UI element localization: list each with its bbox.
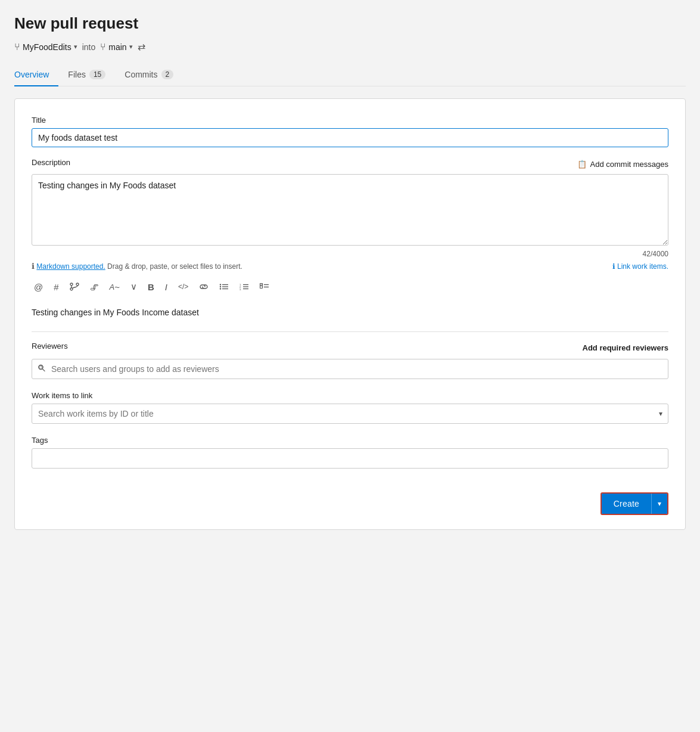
- svg-point-2: [70, 288, 73, 290]
- markdown-note: ℹ Markdown supported. Drag & drop, paste…: [32, 262, 242, 271]
- toolbar-italic-button[interactable]: I: [163, 281, 170, 293]
- link-work-items-link[interactable]: ℹ Link work items.: [612, 262, 668, 271]
- svg-point-0: [70, 283, 73, 286]
- toolbar-chevron-button[interactable]: ∨: [128, 280, 139, 293]
- tab-overview[interactable]: Overview: [14, 64, 58, 86]
- svg-point-5: [220, 286, 221, 287]
- description-textarea[interactable]: Testing changes in My Foods dataset: [32, 174, 668, 246]
- create-button-group: Create ▾: [601, 492, 668, 515]
- target-branch-name: main: [108, 42, 126, 52]
- target-branch-selector[interactable]: ⑂ main ▾: [100, 42, 132, 52]
- reviewers-search-icon: [38, 364, 46, 374]
- info-icon: ℹ: [32, 262, 35, 271]
- reviewers-section: Reviewers Add required reviewers: [32, 342, 668, 379]
- reviewers-label: Reviewers: [32, 342, 68, 351]
- title-label: Title: [32, 116, 668, 125]
- branch-into-label: into: [82, 42, 96, 52]
- title-input[interactable]: [32, 128, 668, 147]
- tab-files-label: Files: [68, 70, 86, 79]
- source-branch-name: MyFoodEdits: [23, 42, 71, 52]
- page-title: New pull request: [14, 14, 686, 33]
- add-required-reviewers-link[interactable]: Add required reviewers: [583, 343, 669, 352]
- description-label: Description: [32, 158, 70, 167]
- create-dropdown-button[interactable]: ▾: [651, 494, 667, 514]
- toolbar-bullet-list-button[interactable]: [217, 282, 231, 291]
- swap-branches-icon[interactable]: ⇄: [138, 41, 145, 52]
- tab-commits-label: Commits: [125, 70, 157, 79]
- svg-point-1: [76, 283, 79, 286]
- pull-request-form: Title Description 📋 Add commit messages …: [14, 98, 686, 530]
- reviewers-search-input[interactable]: [32, 359, 668, 379]
- branch-selector-row: ⑂ MyFoodEdits ▾ into ⑂ main ▾ ⇄: [14, 41, 686, 52]
- toolbar-hash-button[interactable]: #: [51, 281, 61, 293]
- work-items-search-input[interactable]: [32, 404, 668, 424]
- target-branch-chevron-icon: ▾: [129, 43, 133, 51]
- toolbar-bold-button[interactable]: B: [145, 281, 157, 293]
- clipboard-icon: 📋: [577, 160, 587, 169]
- toolbar-code-button[interactable]: </>: [176, 281, 191, 292]
- tab-overview-label: Overview: [14, 70, 49, 79]
- source-branch-icon: ⑂: [14, 42, 20, 52]
- char-count: 42/4000: [32, 250, 668, 258]
- preview-text: Testing changes in My Foods Income datas…: [32, 305, 668, 320]
- tab-files[interactable]: Files 15: [68, 64, 115, 86]
- toolbar-numbered-list-button[interactable]: 1. 2. 3.: [237, 282, 251, 291]
- svg-point-4: [220, 284, 221, 285]
- target-branch-icon: ⑂: [100, 42, 106, 52]
- markdown-supported-link[interactable]: Markdown supported.: [36, 262, 105, 271]
- add-commit-messages-button[interactable]: 📋 Add commit messages: [577, 160, 669, 169]
- work-items-input-wrapper: ▾: [32, 404, 668, 424]
- add-commit-messages-label: Add commit messages: [590, 160, 669, 169]
- toolbar-pullrequest-button[interactable]: [67, 281, 82, 292]
- tags-label: Tags: [32, 436, 668, 445]
- reviewers-header: Reviewers Add required reviewers: [32, 342, 668, 354]
- description-header: Description 📋 Add commit messages: [32, 158, 668, 170]
- work-items-label: Work items to link: [32, 391, 668, 400]
- source-branch-selector[interactable]: ⑂ MyFoodEdits ▾: [14, 42, 77, 52]
- svg-line-22: [43, 369, 45, 371]
- markdown-row: ℹ Markdown supported. Drag & drop, paste…: [32, 262, 668, 271]
- toolbar-formatting-button[interactable]: A~: [107, 281, 122, 293]
- info-icon-2: ℹ: [612, 262, 615, 271]
- svg-text:3.: 3.: [239, 288, 241, 290]
- toolbar-task-list-button[interactable]: [257, 282, 272, 291]
- tabs-row: Overview Files 15 Commits 2: [14, 63, 686, 86]
- toolbar-attach-button[interactable]: 🖇: [88, 281, 101, 293]
- svg-rect-17: [260, 286, 263, 289]
- toolbar-row: @ # 🖇 A~ ∨ B I </>: [32, 277, 668, 297]
- tab-files-badge: 15: [89, 70, 105, 79]
- tab-commits-badge: 2: [161, 70, 174, 79]
- toolbar-link-button[interactable]: [197, 282, 211, 291]
- work-items-section: Work items to link ▾: [32, 391, 668, 424]
- tags-input[interactable]: [32, 448, 668, 469]
- create-button[interactable]: Create: [602, 494, 651, 514]
- tab-commits[interactable]: Commits 2: [125, 64, 183, 86]
- reviewers-search-wrapper: [32, 359, 668, 379]
- tags-section: Tags: [32, 436, 668, 483]
- separator-1: [32, 331, 668, 332]
- svg-point-6: [220, 288, 221, 289]
- markdown-suffix: Drag & drop, paste, or select files to i…: [107, 262, 242, 271]
- source-branch-chevron-icon: ▾: [74, 43, 77, 51]
- footer-row: Create ▾: [32, 492, 668, 515]
- link-work-items-label: Link work items.: [617, 262, 668, 271]
- toolbar-mention-button[interactable]: @: [32, 281, 45, 293]
